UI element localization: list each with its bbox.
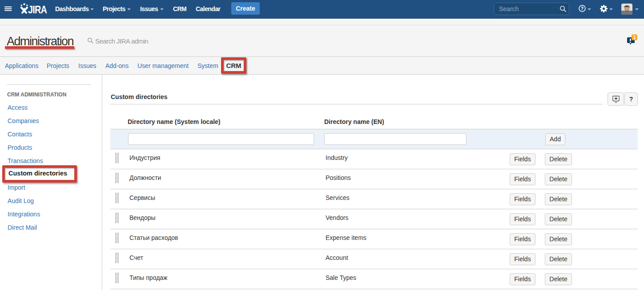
svg-text:JIRA: JIRA (28, 4, 47, 15)
svg-text:1: 1 (633, 35, 636, 40)
svg-text:?: ? (581, 6, 584, 11)
